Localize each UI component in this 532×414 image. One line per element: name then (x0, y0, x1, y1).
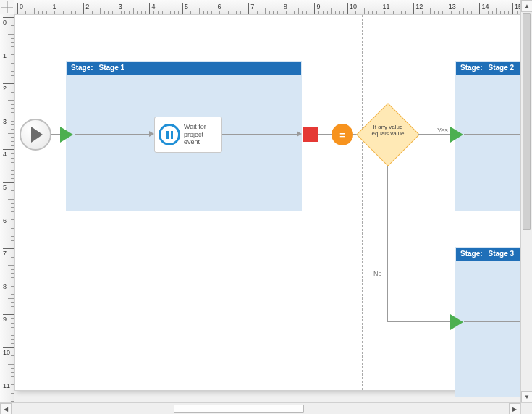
branch-yes-label: Yes (437, 127, 448, 134)
ruler-h-tick: 3 (117, 3, 122, 14)
ruler-h-tick: 4 (149, 3, 155, 14)
stage-3-prefix: Stage: (460, 248, 483, 261)
scroll-up-button[interactable]: ▲ (521, 0, 532, 12)
ruler-h-tick: 0 (17, 3, 23, 14)
horizontal-scrollbar[interactable]: ◀ ▶ (0, 402, 520, 414)
page[interactable]: Stage: Stage 1 Stage: Stage 2 Stage: Sta… (14, 14, 525, 391)
ruler-vertical[interactable]: 01234567891011 (0, 14, 14, 402)
page-break-horizontal (15, 269, 524, 269)
stage-1-exit[interactable] (303, 127, 318, 142)
stage-1-header[interactable]: Stage: Stage 1 (67, 62, 301, 75)
canvas[interactable]: Stage: Stage 1 Stage: Stage 2 Stage: Sta… (14, 14, 520, 402)
ruler-h-tick: 6 (216, 3, 221, 14)
ruler-h-tick: 7 (248, 3, 254, 14)
branch-no-label: No (373, 270, 382, 277)
ruler-origin-icon (0, 0, 14, 14)
connector (464, 134, 526, 135)
scroll-thumb-h[interactable] (174, 405, 304, 413)
stage-2-name: Stage 2 (489, 62, 515, 75)
ruler-h-tick: 8 (282, 3, 287, 14)
scroll-left-button[interactable]: ◀ (0, 403, 12, 414)
arrowhead-icon (297, 131, 302, 137)
connector (222, 134, 297, 135)
operator-glyph: = (339, 130, 345, 140)
connector-no-h (387, 321, 451, 322)
scroll-down-button[interactable]: ▼ (521, 391, 532, 402)
pause-circle-icon (159, 124, 180, 145)
play-icon (31, 127, 43, 143)
ruler-corner (0, 0, 14, 14)
equals-operator-icon[interactable]: = (332, 124, 353, 145)
decision-label: If any value equals value (367, 124, 409, 137)
stage-1-name: Stage 1 (99, 62, 125, 75)
scroll-thumb-v[interactable] (523, 13, 531, 230)
ruler-h-tick: 9 (314, 3, 320, 14)
stage-3-name: Stage 3 (489, 248, 515, 261)
scroll-right-button[interactable]: ▶ (509, 403, 520, 414)
stage-2-entry-arrow-icon[interactable] (450, 127, 463, 143)
ruler-h-tick: 5 (182, 3, 188, 14)
ruler-h-tick: 2 (83, 3, 89, 14)
stage-1-prefix: Stage: (71, 62, 93, 75)
connector-no-v (387, 166, 388, 322)
workflow-start[interactable] (20, 119, 51, 151)
page-break-vertical (362, 15, 363, 390)
ruler-horizontal[interactable]: 0123456789101112131415 (14, 0, 520, 14)
scroll-corner (520, 402, 532, 414)
arrowhead-icon (149, 131, 154, 137)
connector (75, 134, 150, 135)
connector (464, 321, 526, 322)
stage-3-entry-arrow-icon[interactable] (450, 314, 463, 330)
connector-yes (418, 134, 451, 135)
vertical-scrollbar[interactable]: ▲ ▼ (520, 0, 532, 402)
ruler-h-tick: 1 (51, 3, 56, 14)
stage-1-entry-arrow-icon[interactable] (60, 127, 73, 143)
wait-label: Wait for project event (184, 123, 218, 145)
wait-activity[interactable]: Wait for project event (154, 117, 222, 153)
stage-2-prefix: Stage: (460, 62, 483, 75)
